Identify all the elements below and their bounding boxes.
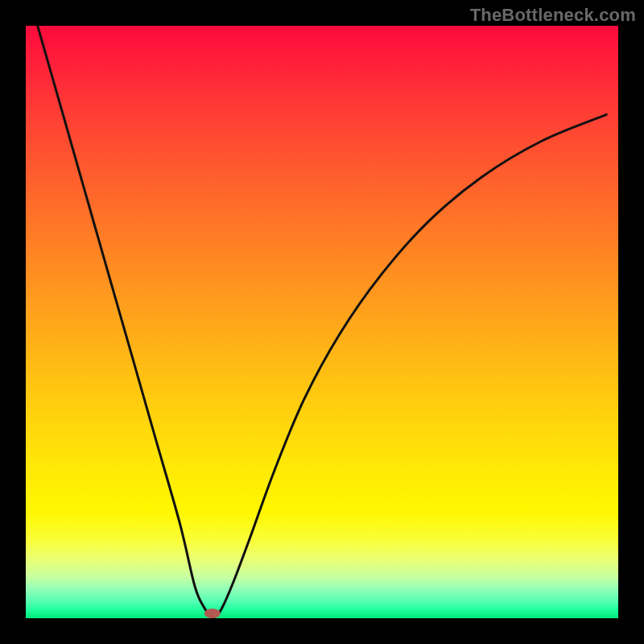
optimum-marker	[204, 609, 221, 618]
watermark-text: TheBottleneck.com	[470, 5, 636, 26]
curve-layer	[26, 26, 618, 618]
plot-area	[26, 26, 618, 618]
chart-frame: TheBottleneck.com	[0, 0, 644, 644]
bottleneck-curve	[38, 26, 607, 618]
